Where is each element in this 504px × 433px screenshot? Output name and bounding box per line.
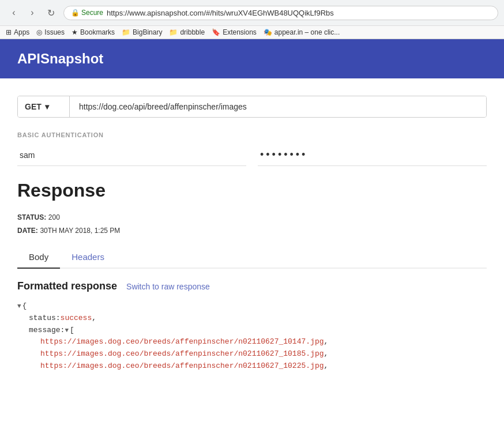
json-comma-url-1: ,	[324, 336, 328, 348]
bookmark-label: Bookmarks	[80, 28, 115, 36]
collapse-arrow-root[interactable]: ▼	[17, 302, 21, 312]
status-value: 200	[48, 213, 60, 221]
refresh-button[interactable]: ↻	[43, 5, 59, 21]
json-comma-1: ,	[92, 312, 96, 325]
password-input[interactable]	[258, 144, 487, 166]
browser-url: https://www.apisnapshot.com/#/hits/wruXV…	[107, 9, 491, 17]
json-url-value-2: https://images.dog.ceo/breeds/affenpinsc…	[40, 348, 324, 360]
browser-nav: ‹ › ↻ 🔒 Secure https://www.apisnapshot.c…	[0, 0, 504, 25]
switch-raw-link[interactable]: Switch to raw response	[126, 282, 210, 291]
nav-buttons: ‹ › ↻	[6, 5, 59, 21]
bookmark-label: dribbble	[180, 28, 205, 36]
lock-icon: 🔒	[71, 9, 80, 17]
folder-icon-2: 📁	[169, 28, 178, 36]
status-label: STATUS:	[17, 213, 46, 221]
json-line-message: message: ▼ [	[17, 325, 487, 337]
apps-icon: ⊞	[6, 28, 12, 36]
star-icon: ★	[72, 28, 78, 36]
bookmark-label: Issues	[44, 28, 65, 36]
formatted-label: Formatted response	[17, 280, 117, 292]
browser-chrome: ‹ › ↻ 🔒 Secure https://www.apisnapshot.c…	[0, 0, 504, 39]
date-value: 30TH MAY 2018, 1:25 PM	[40, 227, 120, 235]
url-input[interactable]	[70, 96, 486, 117]
json-array-open: [	[70, 325, 74, 337]
json-url-2: https://images.dog.ceo/breeds/affenpinsc…	[17, 348, 487, 360]
json-line-status: status: success ,	[17, 312, 487, 325]
tab-body[interactable]: Body	[17, 246, 60, 269]
json-url-3: https://images.dog.ceo/breeds/affenpinsc…	[17, 360, 487, 372]
json-open-brace: {	[22, 300, 27, 312]
response-section: Response STATUS: 200 DATE: 30TH MAY 2018…	[17, 180, 487, 384]
auth-section: BASIC AUTHENTICATION	[17, 131, 487, 166]
date-label: DATE:	[17, 227, 38, 235]
json-message-key: message:	[29, 325, 65, 337]
username-input[interactable]	[17, 144, 246, 166]
bookmark-issues[interactable]: ◎ Issues	[36, 28, 65, 36]
json-line-open: ▼ {	[17, 300, 487, 312]
chevron-down-icon: ▾	[45, 102, 49, 111]
bookmark-label: BigBinary	[133, 28, 162, 36]
forward-button[interactable]: ›	[24, 5, 40, 21]
app-header: APISnapshot	[0, 39, 504, 78]
app-title: APISnapshot	[17, 51, 103, 66]
bookmark-label: Extensions	[223, 28, 257, 36]
response-body: Formatted response Switch to raw respons…	[17, 269, 487, 384]
json-url-value-1: https://images.dog.ceo/breeds/affenpinsc…	[40, 336, 324, 348]
bookmark-appear[interactable]: 🎭 appear.in – one clic...	[264, 28, 340, 36]
json-url-1: https://images.dog.ceo/breeds/affenpinsc…	[17, 336, 487, 348]
formatted-response-header: Formatted response Switch to raw respons…	[17, 280, 487, 292]
bookmark-bigbinary[interactable]: 📁 BigBinary	[122, 28, 162, 36]
method-label: GET	[25, 102, 42, 111]
auth-label: BASIC AUTHENTICATION	[17, 131, 487, 138]
bookmark-icon: 🔖	[212, 28, 220, 36]
collapse-arrow-message[interactable]: ▼	[65, 326, 69, 336]
bookmark-label: Apps	[14, 28, 29, 36]
method-select[interactable]: GET ▾	[18, 96, 70, 117]
main-content: GET ▾ BASIC AUTHENTICATION Response STAT…	[0, 78, 504, 401]
date-row: DATE: 30TH MAY 2018, 1:25 PM	[17, 226, 487, 235]
secure-badge: 🔒 Secure	[71, 9, 103, 17]
json-container: ▼ { status: success , message: ▼ [ https…	[17, 300, 487, 372]
bookmark-apps[interactable]: ⊞ Apps	[6, 28, 29, 36]
bookmark-label: appear.in – one clic...	[274, 28, 340, 36]
secure-label: Secure	[81, 9, 103, 17]
json-status-value: success	[61, 312, 92, 325]
json-comma-url-2: ,	[324, 348, 328, 360]
json-comma-url-3: ,	[324, 360, 328, 372]
bookmark-bookmarks[interactable]: ★ Bookmarks	[72, 28, 115, 36]
back-button[interactable]: ‹	[6, 5, 22, 21]
response-title: Response	[17, 180, 487, 201]
response-tabs: Body Headers	[17, 246, 487, 269]
json-status-key: status:	[29, 312, 61, 325]
json-url-value-3: https://images.dog.ceo/breeds/affenpinsc…	[40, 360, 324, 372]
bookmark-extensions[interactable]: 🔖 Extensions	[212, 28, 257, 36]
issues-icon: ◎	[36, 28, 42, 36]
bookmark-dribbble[interactable]: 📁 dribbble	[169, 28, 205, 36]
bookmarks-bar: ⊞ Apps ◎ Issues ★ Bookmarks 📁 BigBinary …	[0, 25, 504, 39]
status-row: STATUS: 200	[17, 213, 487, 221]
auth-fields	[17, 144, 487, 166]
appear-icon: 🎭	[264, 28, 272, 36]
request-bar: GET ▾	[17, 96, 487, 118]
address-bar[interactable]: 🔒 Secure https://www.apisnapshot.com/#/h…	[63, 6, 498, 20]
folder-icon: 📁	[122, 28, 130, 36]
tab-headers[interactable]: Headers	[60, 246, 116, 269]
